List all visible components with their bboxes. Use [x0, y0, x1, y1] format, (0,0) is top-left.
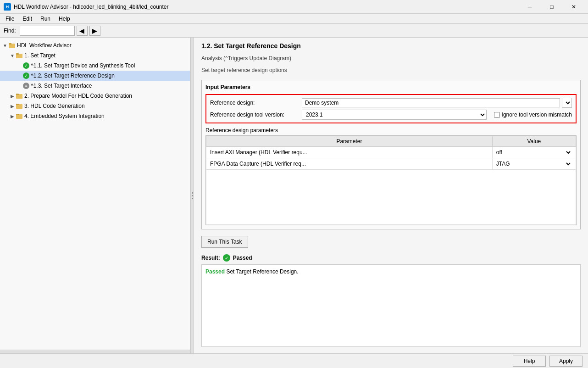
- panel-divider[interactable]: [190, 38, 194, 353]
- toolbar: Find: ◀ ▶: [0, 24, 588, 38]
- tree-node-1-label: 1. Set Target: [24, 52, 55, 59]
- minimize-button[interactable]: ─: [519, 0, 540, 14]
- value-text-1: JTAG: [496, 161, 510, 167]
- result-row: Result: ✓ Passed: [201, 254, 581, 262]
- tree-node-4[interactable]: ▶ 4. Embedded System Integration: [0, 111, 190, 121]
- tree-node-1-2-label: ^1.2. Set Target Reference Design: [31, 72, 115, 79]
- ref-design-label: Reference design:: [210, 100, 302, 106]
- input-params-group: Input Parameters Reference design: Demo …: [201, 80, 581, 229]
- close-button[interactable]: ✕: [563, 0, 584, 14]
- menu-help[interactable]: Help: [55, 15, 74, 23]
- folder-icon-root: [8, 42, 16, 49]
- ignore-mismatch-row: Ignore tool version mismatch: [494, 112, 572, 118]
- ignore-mismatch-label: Ignore tool version mismatch: [502, 112, 572, 118]
- ref-design-tool-row: Reference design tool version: 2023.1 Ig…: [210, 110, 572, 120]
- param-cell-1: FPGA Data Capture (HDL Verifier req...: [206, 158, 493, 170]
- set-options-label: Set target reference design options: [201, 67, 581, 73]
- expand-icon-1: ▼: [9, 52, 16, 59]
- folder-icon-4: [16, 112, 23, 120]
- folder-icon-3: [16, 102, 23, 110]
- table-row: Insert AXI Manager (HDL Verifier requ...…: [206, 147, 576, 158]
- tree-node-4-label: 4. Embedded System Integration: [24, 113, 105, 119]
- result-status: Passed: [233, 255, 252, 261]
- ref-design-tool-version-select[interactable]: 2023.1: [302, 110, 487, 120]
- apply-button[interactable]: Apply: [549, 356, 582, 367]
- svg-rect-9: [16, 114, 19, 115]
- tree-node-1[interactable]: ▼ 1. Set Target: [0, 50, 190, 61]
- ref-design-row: Reference design: Demo system ▼: [210, 98, 572, 108]
- tree-node-2[interactable]: ▶ 2. Prepare Model For HDL Code Generati…: [0, 91, 190, 101]
- result-message-rest: Set Target Reference Design.: [226, 268, 298, 275]
- result-section: Result: ✓ Passed Passed Set Target Refer…: [201, 254, 581, 347]
- run-task-area: Run This Task: [201, 236, 581, 248]
- expand-icon-root: ▼: [2, 42, 8, 49]
- menu-file[interactable]: File: [2, 15, 18, 23]
- status-icon-pass-1-1: ✓: [23, 62, 29, 69]
- table-empty-row: [206, 170, 576, 225]
- tree-root[interactable]: ▼ HDL Workflow Advisor: [0, 40, 190, 50]
- result-label: Result:: [201, 255, 220, 261]
- result-pass-word: Passed: [205, 268, 225, 275]
- tree-root-label: HDL Workflow Advisor: [17, 42, 72, 49]
- folder-icon-2: [16, 92, 23, 100]
- status-icon-doc-1-3: ≡: [23, 83, 29, 89]
- expand-icon-3: ▶: [9, 103, 16, 109]
- divider-dot-3: [192, 198, 193, 199]
- expand-icon-2: ▶: [9, 93, 16, 99]
- param-cell-0: Insert AXI Manager (HDL Verifier requ...: [206, 147, 493, 158]
- ref-design-params-label: Reference design parameters: [205, 127, 577, 134]
- ref-design-value: Demo system: [302, 98, 560, 107]
- value-select-0[interactable]: ▼: [563, 148, 572, 156]
- menu-run[interactable]: Run: [37, 15, 54, 23]
- left-scrollbar[interactable]: [0, 350, 190, 353]
- tree-node-1-1[interactable]: ▶ ✓ ^1.1. Set Target Device and Synthesi…: [0, 61, 190, 71]
- param-table: Parameter Value Insert AXI Manager (HDL …: [206, 136, 576, 225]
- value-text-0: off: [496, 149, 502, 156]
- ignore-mismatch-checkbox[interactable]: [494, 112, 500, 118]
- title-bar: H HDL Workflow Advisor - hdlcoder_led_bl…: [0, 0, 588, 14]
- input-params-title: Input Parameters: [205, 84, 577, 90]
- right-panel: 1.2. Set Target Reference Design Analysi…: [194, 38, 588, 353]
- run-task-button[interactable]: Run This Task: [201, 236, 248, 248]
- expand-icon-4: ▶: [9, 113, 16, 119]
- tree-node-1-1-label: ^1.1. Set Target Device and Synthesis To…: [31, 62, 135, 69]
- menu-bar: File Edit Run Help: [0, 14, 588, 24]
- main-layout: ▼ HDL Workflow Advisor ▼ 1. Set Target ▶…: [0, 38, 588, 353]
- status-icon-pass-1-2: ✓: [23, 72, 29, 79]
- table-row: FPGA Data Capture (HDL Verifier req... J…: [206, 158, 576, 170]
- svg-rect-3: [16, 53, 19, 55]
- tree-node-1-3-label: ^1.3. Set Target Interface: [31, 83, 92, 89]
- find-label: Find:: [4, 28, 16, 34]
- tree-node-3[interactable]: ▶ 3. HDL Code Generation: [0, 101, 190, 111]
- restore-button[interactable]: □: [541, 0, 562, 14]
- analysis-note: Analysis (^Triggers Update Diagram): [201, 55, 581, 61]
- tree-node-3-label: 3. HDL Code Generation: [24, 103, 85, 109]
- menu-edit[interactable]: Edit: [19, 15, 36, 23]
- back-button[interactable]: ◀: [77, 26, 88, 36]
- svg-rect-5: [16, 94, 19, 95]
- tree-node-1-3[interactable]: ▶ ≡ ^1.3. Set Target Interface: [0, 81, 190, 91]
- ref-design-tool-label: Reference design tool version:: [210, 112, 302, 118]
- value-select-1[interactable]: ▼: [563, 160, 572, 168]
- tree-node-1-2[interactable]: ▶ ✓ ^1.2. Set Target Reference Design: [0, 71, 190, 81]
- svg-rect-7: [16, 104, 19, 105]
- find-input[interactable]: [20, 26, 75, 36]
- col-value: Value: [492, 136, 576, 147]
- section-title: 1.2. Set Target Reference Design: [201, 42, 581, 50]
- value-cell-1-inner: JTAG ▼: [496, 160, 572, 168]
- window-title: HDL Workflow Advisor - hdlcoder_led_blin…: [14, 4, 169, 10]
- divider-dot-1: [192, 192, 193, 194]
- bottom-bar: Help Apply: [0, 353, 588, 368]
- forward-button[interactable]: ▶: [89, 26, 100, 36]
- ref-design-dropdown[interactable]: ▼: [562, 98, 572, 108]
- tree-node-2-label: 2. Prepare Model For HDL Code Generation: [24, 93, 132, 99]
- value-cell-1: JTAG ▼: [492, 158, 576, 170]
- value-cell-0-inner: off ▼: [496, 148, 572, 156]
- window-controls: ─ □ ✕: [519, 0, 584, 14]
- svg-rect-1: [9, 43, 11, 45]
- help-button[interactable]: Help: [513, 356, 546, 367]
- ref-design-box: Reference design: Demo system ▼ Referenc…: [205, 94, 577, 123]
- result-box: Passed Set Target Reference Design.: [201, 264, 581, 347]
- left-panel: ▼ HDL Workflow Advisor ▼ 1. Set Target ▶…: [0, 38, 190, 353]
- value-cell-0: off ▼: [492, 147, 576, 158]
